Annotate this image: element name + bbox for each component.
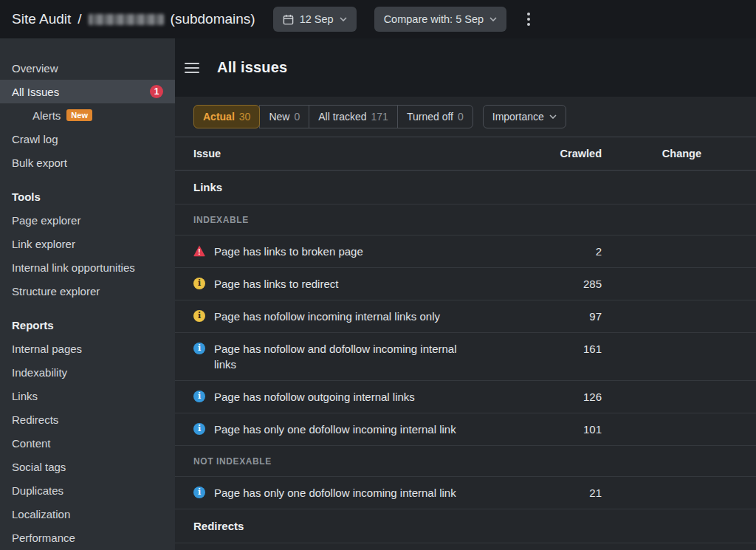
notice-icon (193, 391, 205, 402)
issue-cell: Page has nofollow and dofollow incoming … (214, 341, 513, 372)
issue-cell: Page has only one dofollow incoming inte… (214, 485, 513, 501)
sidebar-item-duplicates[interactable]: Duplicates (0, 478, 175, 502)
issue-row[interactable]: Page has nofollow incoming internal link… (175, 300, 756, 333)
sidebar-item-internal-link-opportunities[interactable]: Internal link opportunities (0, 255, 175, 279)
sidebar-item-page-explorer[interactable]: Page explorer (0, 208, 175, 232)
issue-name-link[interactable]: Page has only one dofollow incoming inte… (214, 485, 456, 501)
filter-tab-turned-off[interactable]: Turned off 0 (397, 105, 473, 128)
kebab-menu-button[interactable] (524, 10, 533, 29)
app-root: Site Audit / (subdomains) 12 Sep Compare… (0, 0, 756, 550)
sidebar-item-label: Indexability (12, 366, 67, 379)
sidebar: Overview All Issues 1 Alerts New Crawl l… (0, 38, 175, 550)
issue-name-link[interactable]: Page has links to redirect (214, 276, 338, 292)
hamburger-menu-button[interactable] (185, 62, 199, 74)
breadcrumb: Site Audit / (subdomains) (12, 11, 255, 27)
crawled-count[interactable]: 285 (513, 276, 602, 292)
sidebar-item-tools: Tools (0, 185, 175, 208)
crawled-count[interactable]: 97 (513, 309, 602, 324)
issue-group-name: Links (193, 181, 222, 193)
warning-icon (193, 278, 205, 289)
main-panel: All issues Actual 30 New 0 All tracked 1… (175, 38, 756, 550)
sidebar-item-reports: Reports (0, 313, 175, 337)
issue-cell: Page has links to broken page (214, 244, 513, 259)
sidebar-item-label: Link explorer (12, 238, 75, 250)
tab-label: Actual (203, 111, 235, 123)
sidebar-badge: New (66, 109, 92, 121)
issue-cell: Page has links to redirect (214, 276, 513, 292)
issue-name-link[interactable]: Page has nofollow and dofollow incoming … (214, 341, 476, 372)
sidebar-item-label: Structure explorer (12, 285, 100, 298)
calendar-icon (283, 14, 294, 25)
crawled-count[interactable]: 161 (513, 341, 602, 357)
tab-count: 0 (458, 111, 464, 123)
sidebar-item-localization[interactable]: Localization (0, 502, 175, 526)
importance-label: Importance (492, 111, 544, 123)
sidebar-item-label: Internal pages (12, 343, 82, 355)
sidebar-item-label: Links (12, 390, 38, 402)
sidebar-item-indexability[interactable]: Indexability (0, 360, 175, 384)
issue-cell: Page has nofollow outgoing internal link… (214, 389, 513, 405)
date-picker-button[interactable]: 12 Sep (273, 7, 357, 32)
sidebar-item-label: Internal link opportunities (12, 261, 135, 274)
crawled-count[interactable]: 126 (513, 389, 602, 405)
error-icon (193, 245, 205, 257)
column-issue: Issue (193, 148, 513, 159)
issue-row[interactable]: Page has only one dofollow incoming inte… (175, 413, 756, 446)
issue-cell: Page has only one dofollow incoming inte… (214, 422, 513, 437)
sidebar-item-all-issues[interactable]: All Issues 1 (0, 80, 175, 103)
sidebar-item-label: Bulk export (12, 157, 67, 169)
issue-name-link[interactable]: Page has only one dofollow incoming inte… (214, 422, 456, 437)
issue-row[interactable]: Page has nofollow outgoing internal link… (175, 381, 756, 413)
sidebar-item-links[interactable]: Links (0, 384, 175, 408)
notice-icon (193, 343, 205, 354)
filter-tab-new[interactable]: New 0 (259, 105, 309, 128)
issue-group-header: Links (175, 171, 756, 204)
issue-row[interactable]: Page has only one dofollow incoming inte… (175, 477, 756, 509)
chevron-down-icon (340, 17, 347, 21)
sidebar-item-label: Crawl log (12, 133, 58, 145)
sidebar-item-social-tags[interactable]: Social tags (0, 455, 175, 478)
sidebar-item-label: All Issues (12, 86, 59, 98)
issue-name-link[interactable]: Page has links to broken page (214, 244, 363, 259)
sidebar-item-redirects[interactable]: Redirects (0, 408, 175, 431)
chevron-down-icon (549, 114, 557, 119)
compare-button[interactable]: Compare with: 5 Sep (374, 7, 506, 32)
sidebar-item-label: Localization (12, 508, 70, 520)
notice-icon (193, 423, 205, 435)
project-scope-label: (subdomains) (171, 11, 255, 27)
sidebar-item-structure-explorer[interactable]: Structure explorer (0, 279, 175, 303)
issue-section-header: INDEXABLE (175, 204, 756, 236)
crawled-count[interactable]: 21 (513, 485, 602, 501)
issue-name-link[interactable]: Page has nofollow incoming internal link… (214, 309, 440, 324)
filter-tab-actual[interactable]: Actual 30 (193, 105, 260, 128)
sidebar-item-crawl-log[interactable]: Crawl log (0, 127, 175, 151)
page-title: All issues (217, 59, 287, 76)
project-name-blurred (89, 14, 164, 25)
issue-section-header: NOT INDEXABLE (175, 446, 756, 477)
sidebar-badge: 1 (150, 85, 163, 98)
filter-tab-all-tracked[interactable]: All tracked 171 (309, 105, 398, 128)
sidebar-item-link-explorer[interactable]: Link explorer (0, 232, 175, 255)
issue-row[interactable]: Page has links to broken page 2 (175, 236, 756, 268)
sidebar-item-overview[interactable]: Overview (0, 56, 175, 80)
sidebar-item-internal-pages[interactable]: Internal pages (0, 337, 175, 360)
sidebar-item-content[interactable]: Content (0, 431, 175, 455)
issue-row[interactable]: Page has links to redirect 285 (175, 268, 756, 300)
notice-icon (193, 487, 205, 498)
issue-group-name: Redirects (193, 520, 244, 532)
sidebar-item-performance[interactable]: Performance (0, 526, 175, 549)
chevron-down-icon (489, 17, 497, 21)
sidebar-item-label: Tools (12, 190, 41, 203)
issue-cell: Page has nofollow incoming internal link… (214, 309, 513, 324)
crawled-count[interactable]: 101 (513, 422, 602, 437)
importance-dropdown[interactable]: Importance (483, 105, 566, 128)
issue-row[interactable]: Page has nofollow and dofollow incoming … (175, 333, 756, 381)
crawled-count[interactable]: 2 (513, 244, 602, 259)
sidebar-item-label: Content (12, 437, 51, 450)
column-change: Change (602, 148, 701, 159)
sidebar-item-bulk-export[interactable]: Bulk export (0, 151, 175, 174)
issue-name-link[interactable]: Page has nofollow outgoing internal link… (214, 389, 415, 405)
sidebar-item-label: Redirects (12, 413, 58, 426)
compare-label: Compare with: 5 Sep (384, 13, 484, 25)
sidebar-item-alerts[interactable]: Alerts New (0, 103, 175, 127)
